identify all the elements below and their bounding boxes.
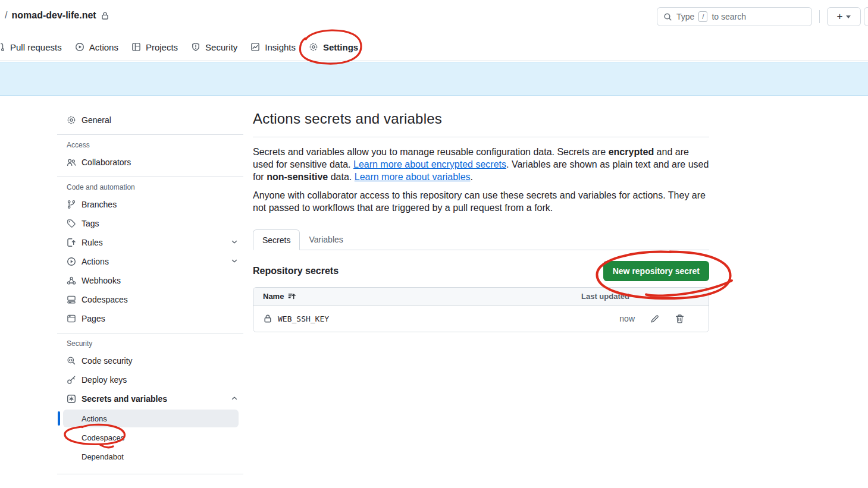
secrets-table-header: Name Last updated [253, 288, 709, 306]
sidebar-item-label: Actions [82, 257, 225, 266]
collaborator-paragraph: Anyone with collaborator access to this … [253, 189, 709, 214]
people-icon [67, 158, 76, 167]
sidebar-item-branches[interactable]: Branches [57, 195, 243, 214]
codespaces-icon [67, 295, 76, 304]
tab-label: Projects [146, 42, 178, 52]
sidebar-item-codespaces[interactable]: Codespaces [57, 290, 243, 309]
main-content: Actions secrets and variables Secrets an… [253, 111, 709, 332]
sidebar-item-label: Webhooks [82, 276, 121, 285]
plus-icon: + [837, 11, 843, 23]
sidebar-subitem-label: Actions [82, 414, 107, 423]
sidebar-item-label: Rules [82, 238, 225, 247]
tab-variables[interactable]: Variables [300, 229, 352, 250]
link-variables[interactable]: Learn more about variables [355, 172, 471, 182]
sidebar-item-webhooks[interactable]: Webhooks [57, 271, 243, 290]
sidebar-item-label: Pages [82, 314, 105, 323]
sidebar-item-secrets-variables[interactable]: Secrets and variables [57, 389, 243, 408]
tab-projects[interactable]: Projects [125, 33, 184, 61]
breadcrumb: / nomad-dev-life.net [5, 10, 109, 21]
edit-secret-button[interactable] [648, 313, 661, 325]
sidebar-item-label: Tags [82, 219, 99, 228]
key-icon [67, 375, 76, 385]
section-title: Repository secrets [253, 266, 339, 276]
secret-name: WEB_SSH_KEY [278, 314, 329, 323]
gear-icon [309, 42, 318, 52]
search-placeholder-post: to search [712, 12, 746, 21]
search-slash-key: / [698, 11, 707, 22]
sidebar-item-label: General [82, 115, 111, 125]
sidebar-item-deploy-keys[interactable]: Deploy keys [57, 370, 243, 389]
intro-text: data. [328, 172, 354, 182]
sidebar-divider [57, 333, 243, 333]
gear-icon [67, 115, 76, 125]
secrets-variables-tabs: Secrets Variables [253, 229, 709, 250]
tab-settings[interactable]: Settings [302, 33, 365, 61]
link-encrypted-secrets[interactable]: Learn more about encrypted secrets [353, 159, 506, 169]
repository-secrets-header: Repository secrets New repository secret [253, 261, 709, 281]
play-circle-icon [75, 42, 84, 52]
partial-header-button[interactable] [864, 7, 868, 26]
tab-security[interactable]: Security [184, 33, 244, 61]
notice-banner [0, 62, 868, 96]
webhook-icon [67, 276, 76, 285]
sidebar-item-code-security[interactable]: Code security [57, 351, 243, 370]
sidebar-item-rules[interactable]: Rules [57, 233, 243, 252]
breadcrumb-slash: / [5, 10, 7, 21]
sidebar-item-collaborators[interactable]: Collaborators [57, 153, 243, 172]
delete-secret-button[interactable] [673, 313, 686, 325]
table-row: WEB_SSH_KEY now [253, 306, 709, 332]
new-repository-secret-button[interactable]: New repository secret [603, 261, 709, 281]
sidebar-subitem-codespaces[interactable]: Codespaces [63, 429, 239, 446]
column-last-updated: Last updated [581, 292, 635, 301]
chevron-down-icon [230, 257, 239, 267]
intro-bold-encrypted: encrypted [609, 147, 654, 157]
pencil-icon [650, 314, 660, 324]
private-lock-icon [101, 11, 109, 20]
intro-text: Secrets and variables allow you to manag… [253, 147, 609, 157]
tab-insights[interactable]: Insights [244, 33, 302, 61]
graph-icon [250, 42, 260, 52]
git-pull-request-icon [0, 42, 5, 52]
sidebar-item-general[interactable]: General [57, 111, 243, 130]
sidebar-item-label: Collaborators [82, 158, 131, 167]
play-circle-icon [67, 257, 76, 266]
secrets-icon [67, 394, 76, 404]
trash-icon [675, 314, 685, 324]
sidebar-item-actions[interactable]: Actions [57, 252, 243, 271]
search-placeholder-pre: Type [676, 12, 694, 21]
settings-sidebar: General Access Collaborators Code and au… [57, 111, 243, 479]
search-input[interactable]: Type / to search [657, 7, 812, 26]
sidebar-divider [57, 177, 243, 177]
sidebar-section-access: Access [57, 140, 243, 150]
sidebar-item-tags[interactable]: Tags [57, 214, 243, 233]
tab-label: Insights [265, 42, 296, 52]
tab-label: Actions [89, 42, 118, 52]
sidebar-subitem-label: Dependabot [82, 452, 124, 461]
header-divider [819, 10, 820, 23]
sidebar-item-label: Code security [82, 356, 133, 366]
browser-icon [67, 314, 76, 323]
sidebar-item-pages[interactable]: Pages [57, 309, 243, 328]
create-new-button[interactable]: + [827, 7, 861, 26]
sidebar-subitem-dependabot[interactable]: Dependabot [63, 448, 239, 465]
lock-icon [263, 314, 272, 323]
sidebar-item-label: Codespaces [82, 295, 128, 304]
column-name: Name [263, 292, 284, 301]
repo-name[interactable]: nomad-dev-life.net [11, 10, 96, 21]
sort-asc-icon[interactable] [287, 292, 296, 301]
sidebar-subitem-actions[interactable]: Actions [63, 410, 239, 427]
sidebar-divider [57, 474, 243, 474]
page: / nomad-dev-life.net Type / to search + … [0, 0, 868, 488]
sidebar-item-label: Deploy keys [82, 375, 127, 385]
tab-pull-requests[interactable]: Pull requests [0, 33, 68, 61]
tab-secrets[interactable]: Secrets [253, 229, 300, 250]
intro-paragraph: Secrets and variables allow you to manag… [253, 146, 709, 183]
sidebar-section-code-automation: Code and automation [57, 182, 243, 193]
secrets-table: Name Last updated WEB_SSH_KEY now [253, 287, 709, 332]
sidebar-item-label: Secrets and variables [82, 394, 225, 404]
tag-icon [67, 219, 76, 228]
rules-icon [67, 238, 76, 247]
intro-bold-non-sensitive: non-sensitive [267, 172, 328, 182]
secret-updated: now [581, 314, 635, 323]
tab-actions[interactable]: Actions [68, 33, 125, 61]
